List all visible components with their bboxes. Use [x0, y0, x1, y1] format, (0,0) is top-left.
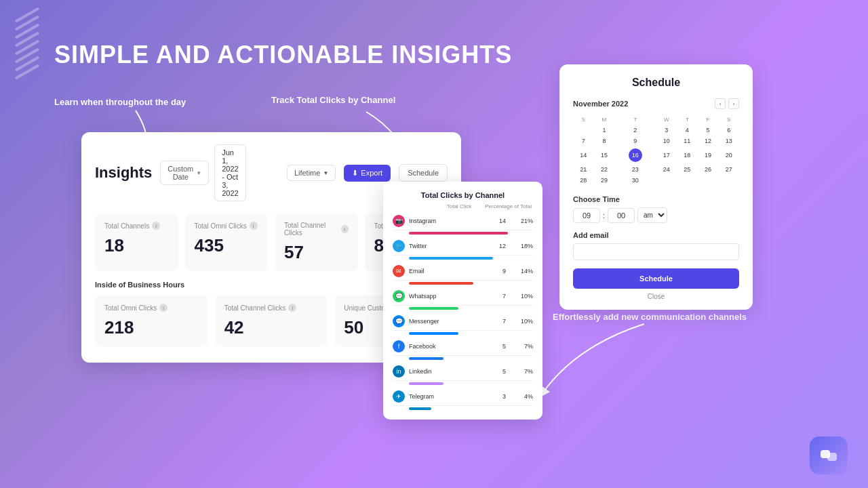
- choose-time-label: Choose Time: [573, 195, 739, 203]
- calendar-nav: ‹ ›: [715, 98, 739, 109]
- time-inputs: : am pm: [573, 207, 739, 223]
- calendar-day: [698, 175, 719, 186]
- calendar-day: [677, 175, 698, 186]
- time-minute-input[interactable]: [608, 208, 635, 223]
- channel-row: 📷 Instagram 14 21%: [393, 212, 533, 237]
- schedule-button[interactable]: Schedule: [399, 164, 448, 182]
- metric-card-channel-biz: Total Channel Clicks i 42: [215, 296, 328, 346]
- calendar-day[interactable]: 7: [573, 136, 594, 146]
- calendar-day[interactable]: 5: [698, 125, 719, 136]
- metric-value: 18: [104, 235, 169, 256]
- info-icon: i: [341, 225, 349, 233]
- date-filter: Custom Date ▼ Jun 1, 2022 - Oct 3, 2022: [160, 144, 245, 201]
- download-icon: ⬇: [352, 169, 358, 178]
- calendar-day[interactable]: 8: [594, 136, 615, 146]
- bottom-logo: [810, 436, 848, 474]
- calendar-day[interactable]: 2: [614, 125, 656, 136]
- calendar-body: 1234567891011121314151617181920212223242…: [573, 125, 739, 186]
- calendar-month: November 2022: [573, 100, 628, 108]
- time-hour-input[interactable]: [573, 208, 600, 223]
- insights-title: Insights: [95, 164, 152, 182]
- calendar-day: [573, 125, 594, 136]
- calendar-day[interactable]: 20: [718, 146, 739, 164]
- annotation-effortless-channels: Effortlessly add new communication chann…: [553, 312, 747, 322]
- calendar-day[interactable]: 24: [656, 164, 677, 175]
- schedule-panel: Schedule November 2022 ‹ › SMTWTFS 12345…: [559, 64, 753, 310]
- calendar-day[interactable]: 11: [677, 136, 698, 146]
- clicks-by-channel-panel: Total Clicks by Channel Total Click Perc…: [383, 182, 542, 420]
- calendar-day[interactable]: 17: [656, 146, 677, 164]
- calendar-day[interactable]: 22: [594, 164, 615, 175]
- choose-time-section: Choose Time : am pm: [573, 195, 739, 223]
- main-title: SIMPLE AND ACTIONABLE INSIGHTS: [54, 41, 512, 69]
- close-link[interactable]: Close: [573, 293, 739, 300]
- calendar-day[interactable]: 4: [677, 125, 698, 136]
- calendar-day[interactable]: 1: [594, 125, 615, 136]
- calendar-next-button[interactable]: ›: [728, 98, 739, 109]
- calendar-day[interactable]: 16: [614, 146, 656, 164]
- schedule-submit-button[interactable]: Schedule: [573, 268, 739, 289]
- add-email-section: Add email: [573, 231, 739, 260]
- schedule-title: Schedule: [573, 77, 739, 89]
- clicks-header-row: Total Click Percentage of Total: [393, 203, 533, 209]
- metric-card-total-channels: Total Channels i 18: [95, 214, 178, 271]
- email-input[interactable]: [573, 243, 739, 260]
- calendar-day[interactable]: 29: [594, 175, 615, 186]
- calendar-day[interactable]: 23: [614, 164, 656, 175]
- calendar-day: [718, 175, 739, 186]
- channel-row: 💬 Whatsapp 7 10%: [393, 287, 533, 312]
- date-range-display: Jun 1, 2022 - Oct 3, 2022: [214, 144, 245, 201]
- chevron-down-icon: ▼: [196, 170, 201, 176]
- metric-label: Total Channel Clicks i: [224, 304, 319, 312]
- lifetime-button[interactable]: Lifetime ▼: [287, 165, 336, 181]
- calendar-day[interactable]: 25: [677, 164, 698, 175]
- time-separator: :: [603, 211, 605, 220]
- channel-row: f Facebook 5 7%: [393, 338, 533, 363]
- svg-rect-1: [827, 453, 837, 461]
- metric-card-channel-clicks: Total Channel Clicks i 57: [275, 214, 358, 271]
- metric-value: 57: [284, 242, 349, 263]
- calendar-grid: SMTWTFS 12345678910111213141516171819202…: [573, 115, 739, 186]
- info-icon: i: [152, 222, 160, 230]
- channel-row: 💬 Messenger 7 10%: [393, 312, 533, 338]
- metric-value: 42: [224, 317, 319, 338]
- calendar-day[interactable]: 28: [573, 175, 594, 186]
- clicks-panel-title: Total Clicks by Channel: [393, 191, 533, 199]
- calendar-day[interactable]: 30: [614, 175, 656, 186]
- metric-label: Total Omni Clicks i: [104, 304, 199, 312]
- calendar-day[interactable]: 21: [573, 164, 594, 175]
- channel-row: in Linkedin 5 7%: [393, 363, 533, 388]
- calendar-day[interactable]: 26: [698, 164, 719, 175]
- chevron-down-icon: ▼: [323, 170, 328, 176]
- metric-value: 218: [104, 317, 199, 338]
- info-icon: i: [250, 222, 258, 230]
- export-button[interactable]: ⬇ Export: [344, 165, 391, 182]
- channel-row: ✉ Email 9 14%: [393, 262, 533, 287]
- metric-value: 435: [195, 235, 259, 256]
- calendar-day[interactable]: 18: [677, 146, 698, 164]
- calendar-day[interactable]: 9: [614, 136, 656, 146]
- ampm-select[interactable]: am pm: [637, 207, 667, 223]
- metric-card-total-omni: Total Omni Clicks i 435: [185, 214, 269, 271]
- logo-icon: [818, 445, 840, 466]
- calendar-prev-button[interactable]: ‹: [715, 98, 726, 109]
- calendar-header: November 2022 ‹ ›: [573, 98, 739, 109]
- calendar-day[interactable]: 27: [718, 164, 739, 175]
- calendar-day[interactable]: 19: [698, 146, 719, 164]
- calendar-day[interactable]: 15: [594, 146, 615, 164]
- channels-list: 📷 Instagram 14 21% 🐦 Twitter 12 18% ✉ Em…: [393, 212, 533, 413]
- logo-circle: [810, 436, 848, 474]
- calendar-day[interactable]: 3: [656, 125, 677, 136]
- annotation-learn-when: Learn when throughout the day: [54, 97, 186, 107]
- calendar-day[interactable]: 13: [718, 136, 739, 146]
- calendar-day[interactable]: 14: [573, 146, 594, 164]
- metric-label: Total Omni Clicks i: [195, 222, 259, 230]
- annotation-track-clicks: Track Total Clicks by Channel: [271, 95, 395, 105]
- channel-row: ✈ Telegram 3 4%: [393, 388, 533, 413]
- calendar-day[interactable]: 12: [698, 136, 719, 146]
- add-email-label: Add email: [573, 231, 739, 239]
- calendar-day: [656, 175, 677, 186]
- calendar-day[interactable]: 10: [656, 136, 677, 146]
- calendar-day[interactable]: 6: [718, 125, 739, 136]
- custom-date-button[interactable]: Custom Date ▼: [160, 161, 209, 185]
